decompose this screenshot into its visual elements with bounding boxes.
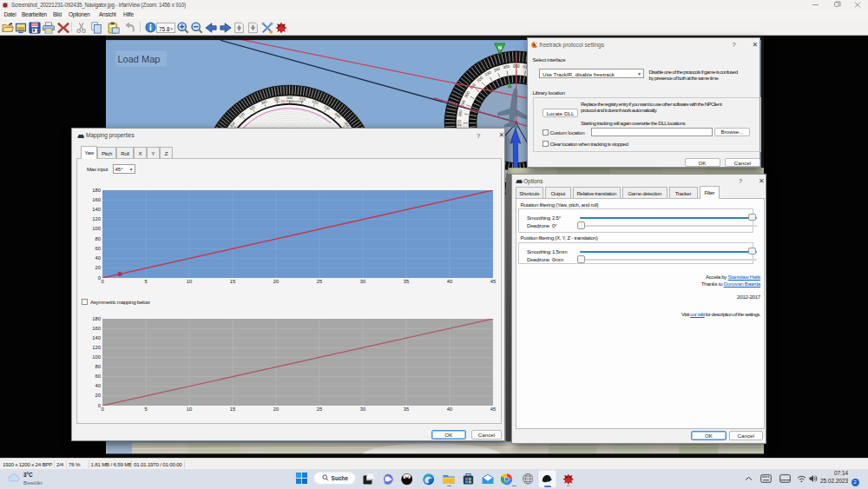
svg-text:N: N	[497, 44, 501, 50]
svg-text:Rv 111 Feldkirchen: Rv 111 Feldkirchen	[275, 100, 303, 103]
svg-text:270: 270	[457, 119, 461, 126]
svg-text:Load Map: Load Map	[117, 54, 160, 64]
